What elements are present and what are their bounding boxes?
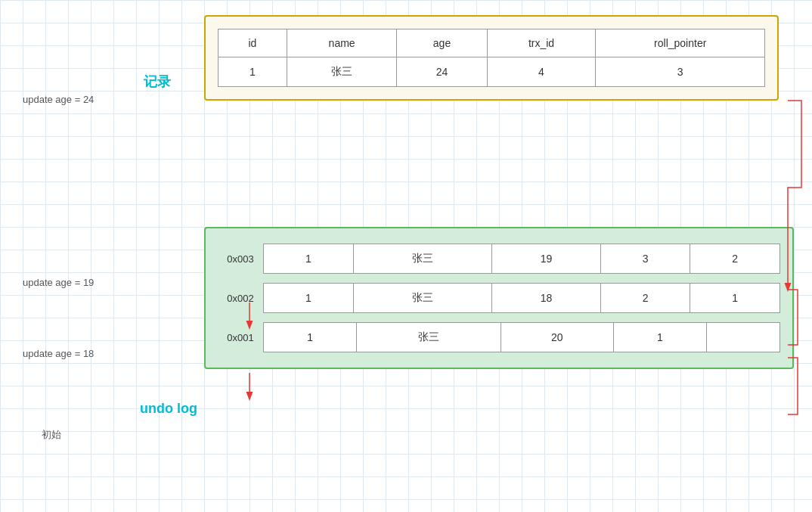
u002-trx: 2 <box>600 284 690 313</box>
undo-table-0x003: 1 张三 19 3 2 <box>263 244 780 274</box>
col-age: age <box>397 29 487 57</box>
u001-name: 张三 <box>357 323 501 352</box>
u001-roll <box>706 323 779 352</box>
update-age-19-label: update age = 19 <box>23 277 94 288</box>
u002-id: 1 <box>264 284 354 313</box>
undo-table-0x001: 1 张三 20 1 <box>263 322 780 352</box>
col-trx-id: trx_id <box>487 29 596 57</box>
record-id: 1 <box>218 57 287 87</box>
u002-age: 18 <box>492 284 601 313</box>
undo-log-label: undo log <box>140 401 197 417</box>
update-age-24-label: update age = 24 <box>23 94 94 105</box>
undo-log-box: 0x003 1 张三 19 3 2 0x002 1 <box>204 227 794 369</box>
record-name: 张三 <box>287 57 397 87</box>
record-data-row: 1 张三 24 4 3 <box>218 57 765 87</box>
addr-0x001: 0x001 <box>218 332 263 343</box>
col-id: id <box>218 29 287 57</box>
addr-0x003: 0x003 <box>218 253 263 265</box>
record-box: id name age trx_id roll_pointer 1 张三 24 … <box>204 15 779 101</box>
u002-name: 张三 <box>353 284 492 313</box>
undo-row-0x001: 0x001 1 张三 20 1 <box>218 322 780 352</box>
u003-roll: 2 <box>690 244 780 274</box>
update-age-18-label: update age = 18 <box>23 348 94 359</box>
canvas: id name age trx_id roll_pointer 1 张三 24 … <box>0 0 812 512</box>
record-table: id name age trx_id roll_pointer 1 张三 24 … <box>218 29 765 87</box>
undo-table-0x002: 1 张三 18 2 1 <box>263 283 780 313</box>
addr-0x002: 0x002 <box>218 293 263 304</box>
initial-label: 初始 <box>42 428 61 442</box>
record-trx-id: 4 <box>487 57 596 87</box>
col-name: name <box>287 29 397 57</box>
u001-trx: 1 <box>613 323 706 352</box>
u003-name: 张三 <box>353 244 492 274</box>
u003-age: 19 <box>492 244 601 274</box>
u001-age: 20 <box>501 323 613 352</box>
record-label: 记录 <box>144 73 171 91</box>
undo-row-0x003: 0x003 1 张三 19 3 2 <box>218 244 780 274</box>
record-roll-pointer: 3 <box>596 57 765 87</box>
col-roll-pointer: roll_pointer <box>596 29 765 57</box>
u001-id: 1 <box>264 323 357 352</box>
record-header-row: id name age trx_id roll_pointer <box>218 29 765 57</box>
u003-trx: 3 <box>600 244 690 274</box>
undo-row-0x002: 0x002 1 张三 18 2 1 <box>218 283 780 313</box>
record-age: 24 <box>397 57 487 87</box>
u002-roll: 1 <box>690 284 780 313</box>
u003-id: 1 <box>264 244 354 274</box>
